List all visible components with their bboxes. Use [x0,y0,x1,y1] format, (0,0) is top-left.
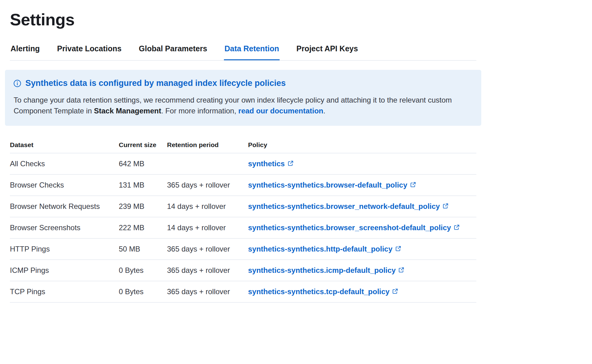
policy-link[interactable]: synthetics [248,159,294,168]
policy-link-label: synthetics-synthetics.browser-default_po… [248,181,407,189]
size-cell: 131 MB [119,174,167,196]
size-cell: 0 Bytes [119,260,167,281]
policy-link-label: synthetics-synthetics.browser_screenshot… [248,223,451,232]
header-dataset: Dataset [10,136,119,153]
policy-link[interactable]: synthetics-synthetics.tcp-default_policy [248,287,398,296]
page-title: Settings [10,11,476,29]
retention-cell: 14 days + rollover [167,196,248,217]
policy-link-label: synthetics-synthetics.icmp-default_polic… [248,266,396,275]
retention-cell: 365 days + rollover [167,281,248,302]
retention-table: Dataset Current size Retention period Po… [10,136,476,303]
callout-body: To change your data retention settings, … [14,95,473,116]
header-policy: Policy [248,136,476,153]
dataset-cell: Browser Checks [10,174,119,196]
settings-page: Settings Alerting Private Locations Glob… [0,0,486,303]
callout-text-bold: Stack Management [94,107,161,115]
dataset-cell: ICMP Pings [10,260,119,281]
retention-cell: 365 days + rollover [167,238,248,260]
size-cell: 239 MB [119,196,167,217]
tab-project-api-keys[interactable]: Project API Keys [296,43,358,60]
tab-alerting[interactable]: Alerting [10,43,40,60]
table-row: Browser Network Requests 239 MB 14 days … [10,196,476,217]
tab-global-parameters[interactable]: Global Parameters [138,43,208,60]
retention-cell: 14 days + rollover [167,217,248,238]
dataset-cell: HTTP Pings [10,238,119,260]
size-cell: 222 MB [119,217,167,238]
tab-bar: Alerting Private Locations Global Parame… [10,43,476,61]
callout-text-3: . [323,107,325,115]
policy-link-label: synthetics [248,159,285,168]
dataset-cell: All Checks [10,153,119,174]
policy-link[interactable]: synthetics-synthetics.browser-default_po… [248,181,416,189]
documentation-link[interactable]: read our documentation [238,107,324,115]
table-row: TCP Pings 0 Bytes 365 days + rollover sy… [10,281,476,302]
external-link-icon [410,182,416,188]
external-link-icon [395,246,401,252]
tab-data-retention[interactable]: Data Retention [224,43,280,60]
policy-link-label: synthetics-synthetics.tcp-default_policy [248,287,389,296]
policy-link-label: synthetics-synthetics.browser_network-de… [248,202,440,211]
table-row: ICMP Pings 0 Bytes 365 days + rollover s… [10,260,476,281]
info-callout: Synthetics data is configured by managed… [5,70,481,126]
header-current-size: Current size [119,136,167,153]
table-header-row: Dataset Current size Retention period Po… [10,136,476,153]
retention-cell: 365 days + rollover [167,174,248,196]
external-link-icon [288,160,294,166]
policy-link[interactable]: synthetics-synthetics.browser_screenshot… [248,223,460,232]
table-row: Browser Checks 131 MB 365 days + rollove… [10,174,476,196]
callout-text-2: . For more information, [161,107,238,115]
table-row: All Checks 642 MB synthetics [10,153,476,174]
retention-cell: 365 days + rollover [167,260,248,281]
dataset-cell: Browser Screenshots [10,217,119,238]
policy-link[interactable]: synthetics-synthetics.http-default_polic… [248,245,401,253]
table-row: HTTP Pings 50 MB 365 days + rollover syn… [10,238,476,260]
external-link-icon [398,267,404,273]
external-link-icon [454,224,460,230]
size-cell: 642 MB [119,153,167,174]
dataset-cell: Browser Network Requests [10,196,119,217]
policy-link-label: synthetics-synthetics.http-default_polic… [248,245,393,253]
header-retention-period: Retention period [167,136,248,153]
policy-link[interactable]: synthetics-synthetics.browser_network-de… [248,202,448,211]
callout-header: Synthetics data is configured by managed… [14,78,473,88]
size-cell: 0 Bytes [119,281,167,302]
callout-title: Synthetics data is configured by managed… [25,78,286,88]
policy-link[interactable]: synthetics-synthetics.icmp-default_polic… [248,266,404,275]
external-link-icon [392,288,398,294]
table-row: Browser Screenshots 222 MB 14 days + rol… [10,217,476,238]
size-cell: 50 MB [119,238,167,260]
tab-private-locations[interactable]: Private Locations [56,43,122,60]
dataset-cell: TCP Pings [10,281,119,302]
retention-cell [167,153,248,174]
external-link-icon [443,203,448,209]
info-icon [14,80,21,87]
